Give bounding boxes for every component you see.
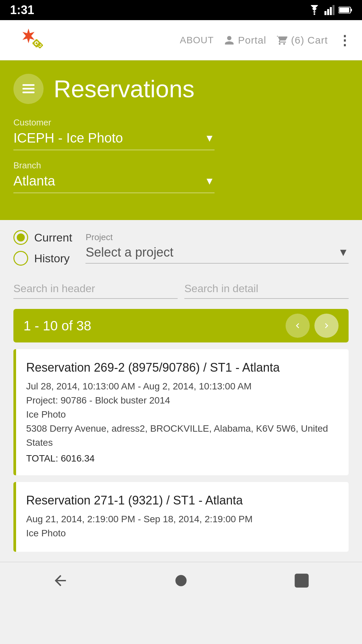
current-radio-outer [13,230,28,245]
portal-label: Portal [238,35,266,46]
wifi-icon [308,5,320,15]
card-2-company: Ice Photo [26,526,339,540]
page-title: Reservations [54,75,194,103]
recent-button[interactable] [293,572,310,589]
card-1-dates: Jul 28, 2014, 10:13:00 AM - Aug 2, 2014,… [26,379,339,393]
about-nav[interactable]: ABOUT [180,35,214,46]
history-radio-outer [13,251,28,266]
branch-value: Atlanta [13,173,55,189]
cart-label: (6) Cart [291,35,328,46]
project-section: Project Select a project ▼ [85,232,349,264]
cards-area: Reservation 269-2 (8975/90786) / ST1 - A… [0,349,362,552]
hamburger-icon [21,83,36,95]
card-1-title: Reservation 269-2 (8975/90786) / ST1 - A… [26,361,339,375]
project-dropdown-arrow: ▼ [338,246,349,259]
current-label: Current [34,231,72,244]
chevron-left-icon [293,321,303,331]
back-icon [52,572,69,589]
more-nav[interactable]: ⋮ [338,33,352,48]
customer-field: Customer ICEPH - Ice Photo ▼ [13,117,349,150]
branch-field: Branch Atlanta ▼ [13,160,349,193]
search-detail-input[interactable] [184,279,349,299]
reservation-card-2[interactable]: Reservation 271-1 (9321) / ST1 - Atlanta… [13,482,349,552]
top-nav: ABOUT Portal (6) Cart ⋮ [0,20,362,60]
cart-nav[interactable]: (6) Cart [276,35,328,46]
menu-button[interactable] [13,74,44,104]
card-2-title: Reservation 271-1 (9321) / ST1 - Atlanta [26,493,339,507]
status-icons [308,5,352,15]
home-button[interactable] [173,572,189,589]
history-label: History [34,252,70,265]
svg-rect-4 [333,5,335,15]
svg-rect-21 [22,84,35,86]
svg-rect-23 [22,92,35,93]
branch-label: Branch [13,160,349,171]
svg-rect-1 [324,11,326,15]
bottom-nav [0,562,362,599]
signal-icon [324,5,335,15]
svg-rect-11 [36,39,38,41]
svg-rect-6 [351,9,352,11]
card-1-company: Ice Photo [26,408,339,422]
svg-rect-19 [37,44,38,46]
svg-rect-20 [42,44,43,46]
filter-radio-group: Current History [13,230,72,266]
pagination-next[interactable] [314,314,339,338]
project-select-value: Select a project [85,245,173,260]
project-select[interactable]: Select a project ▼ [85,245,349,264]
person-icon [224,35,235,46]
svg-rect-13 [33,42,35,44]
svg-rect-17 [39,42,41,44]
customer-dropdown-arrow: ▼ [204,132,215,144]
reservation-card-1[interactable]: Reservation 269-2 (8975/90786) / ST1 - A… [13,349,349,475]
search-header-input[interactable] [13,279,178,299]
status-bar: 1:31 [0,0,362,20]
recent-icon [293,572,310,589]
back-button[interactable] [52,572,69,589]
history-radio[interactable]: History [13,251,72,266]
current-radio[interactable]: Current [13,230,72,245]
svg-point-10 [36,42,38,44]
project-label: Project [85,232,349,243]
pagination-count: 1 - 10 of 38 [23,318,281,333]
card-2-dates: Aug 21, 2014, 2:19:00 PM - Sep 18, 2014,… [26,512,339,526]
svg-rect-7 [339,8,349,12]
branch-dropdown-arrow: ▼ [204,175,215,187]
cart-icon [276,35,288,46]
home-icon [173,572,189,589]
svg-point-0 [314,13,315,15]
svg-marker-8 [22,29,35,43]
battery-icon [339,6,352,14]
portal-nav[interactable]: Portal [224,35,266,46]
svg-point-16 [39,44,41,46]
search-row [0,272,362,309]
svg-rect-2 [327,9,329,15]
filter-row: Current History Project Select a project… [0,220,362,272]
header-banner: Reservations Customer ICEPH - Ice Photo … [0,60,362,220]
status-time: 1:31 [10,3,34,17]
svg-rect-3 [330,7,332,15]
card-1-address: 5308 Derry Avenue, adress2, BROCKVILLE, … [26,422,339,450]
header-title-row: Reservations [13,74,349,104]
current-radio-inner [17,233,25,241]
branch-select[interactable]: Atlanta ▼ [13,173,215,193]
svg-point-24 [175,575,186,586]
svg-rect-22 [22,88,35,90]
main-content: Current History Project Select a project… [0,220,362,599]
logo-icon [12,25,49,55]
card-1-project: Project: 90786 - Block buster 2014 [26,393,339,408]
svg-rect-25 [295,574,308,587]
logo[interactable] [10,25,50,55]
card-1-total: TOTAL: 6016.34 [26,453,339,464]
pagination-prev[interactable] [286,314,310,338]
customer-value: ICEPH - Ice Photo [13,130,123,146]
pagination-bar: 1 - 10 of 38 [13,309,349,342]
svg-rect-18 [39,47,41,48]
customer-select[interactable]: ICEPH - Ice Photo ▼ [13,130,215,150]
customer-label: Customer [13,117,349,128]
chevron-right-icon [321,321,331,331]
